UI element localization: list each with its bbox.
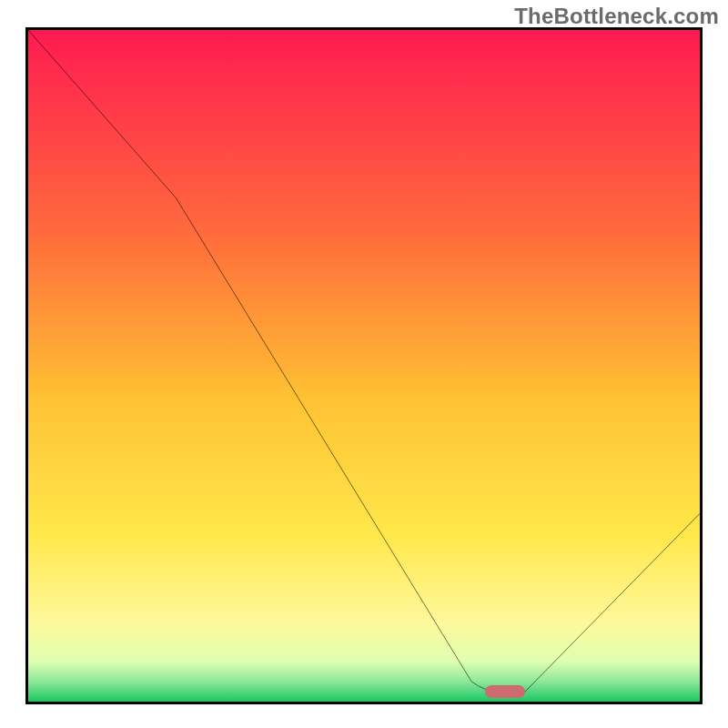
curve-layer bbox=[28, 30, 700, 702]
chart-frame: TheBottleneck.com bbox=[0, 0, 728, 728]
watermark-text: TheBottleneck.com bbox=[514, 4, 719, 29]
plot-area bbox=[25, 27, 703, 704]
bottleneck-curve bbox=[28, 30, 700, 692]
optimal-marker bbox=[485, 685, 525, 698]
